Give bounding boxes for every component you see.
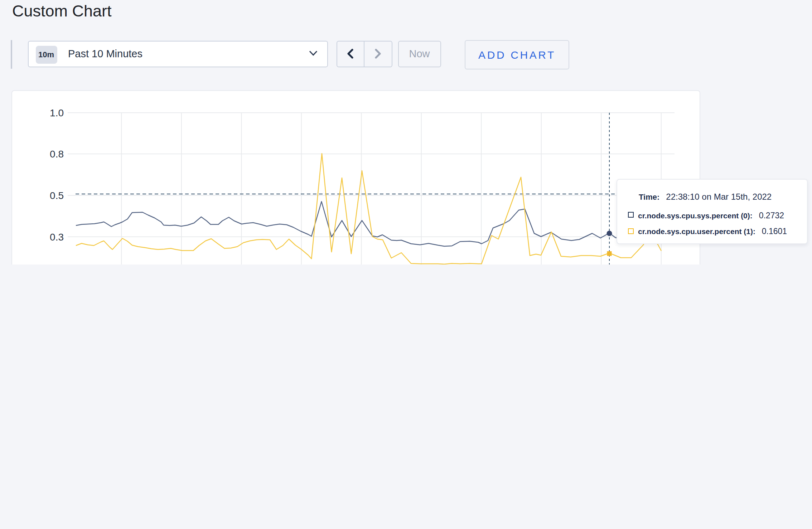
svg-text:0.5: 0.5 [50, 190, 64, 201]
svg-text:1.0: 1.0 [50, 107, 64, 118]
svg-text:0.3: 0.3 [50, 232, 64, 243]
svg-text:0.8: 0.8 [50, 149, 64, 160]
